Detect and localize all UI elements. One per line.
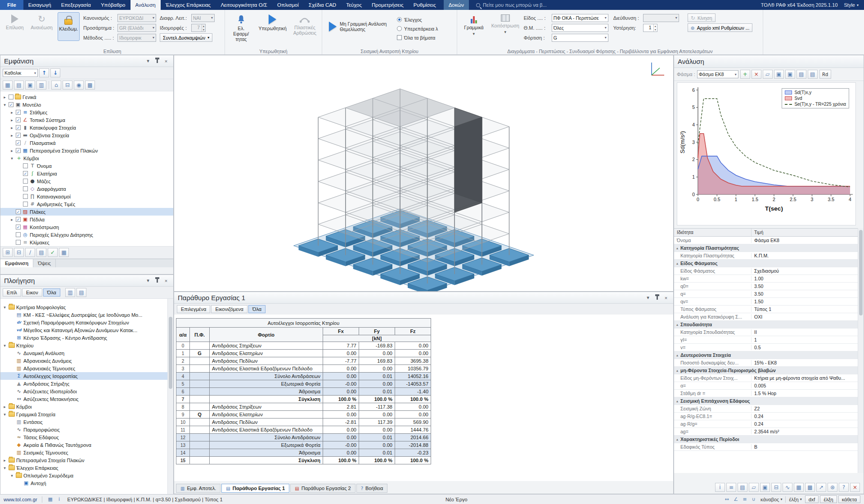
checkbox[interactable]: [16, 133, 21, 138]
tree-item[interactable]: ▣Αντοχή: [0, 479, 173, 487]
tree-item[interactable]: ▣Μοντέλο: [0, 101, 173, 108]
tree-item[interactable]: ●Μάζες: [0, 177, 173, 185]
solve-button[interactable]: Επίλυση: [4, 12, 26, 41]
table-row[interactable]: 4Σύνολο Αντιδράσεων0.000.0114052.16: [176, 373, 431, 380]
tree-item[interactable]: Κόμβοι: [0, 403, 173, 410]
property-row[interactable]: q=3.50: [674, 290, 858, 298]
checkbox[interactable]: [16, 117, 21, 122]
expander-icon[interactable]: [9, 473, 14, 478]
help-icon[interactable]: ?: [839, 483, 849, 492]
property-row[interactable]: Εδαφικός ΤύποςB: [674, 443, 858, 451]
pin-icon[interactable]: [653, 294, 661, 302]
menu-tab-5[interactable]: Έλεγχος Επάρκειας: [161, 0, 216, 10]
property-section[interactable]: ▴Σπουδαιότητα: [674, 321, 858, 328]
tree-item[interactable]: ▥Σεισμικές Τέμνουσες: [0, 449, 173, 456]
table-row[interactable]: 3Αντιδράσεις Ελαστικά Εδραζόμενων Πεδιλο…: [176, 365, 431, 373]
spectrum-select[interactable]: Φάσμα ΕΚ8▾: [697, 70, 738, 78]
bottom-tab-1[interactable]: ▥Εμφ. Αποτελ.: [176, 484, 220, 493]
scrollbar-thumb[interactable]: [169, 317, 172, 389]
expander-icon[interactable]: [9, 110, 14, 115]
chevron-down-icon[interactable]: ▾: [144, 58, 152, 65]
tab-Όψεις[interactable]: Όψεις: [33, 259, 56, 267]
property-row[interactable]: v=0.5: [674, 344, 858, 351]
tree-item[interactable]: /Πλασματικά: [0, 139, 173, 147]
tree-item[interactable]: +Κόμβοι: [0, 154, 173, 162]
camera-icon[interactable]: ▩: [85, 81, 95, 90]
expander-icon[interactable]: [2, 103, 7, 107]
property-row[interactable]: Στάθμη dr =1.5 % Hop: [674, 390, 858, 397]
tree-item[interactable]: Οπλισμένο Σκυρόδεμα: [0, 472, 173, 479]
linear-diagrams-button[interactable]: Γραμμικά ▾: [461, 12, 487, 41]
tree-item[interactable]: #Αριθμητικές Τιμές: [0, 200, 173, 208]
tab-Εμφάνιση[interactable]: Εμφάνιση: [0, 259, 33, 267]
table-row[interactable]: 15Σύγκλιση100.0 %100.0 %100.0 %: [176, 457, 431, 464]
table-row[interactable]: 1GΑντιδράσεις Ελατηρίων0.000.000.00: [176, 350, 431, 357]
close-icon[interactable]: ×: [850, 483, 860, 492]
website-link[interactable]: www.tol.com.gr: [4, 497, 37, 502]
property-row[interactable]: Κατηγορία ΠλαστιμότηταςΚ.Π.Μ.: [674, 252, 858, 260]
annex-select[interactable]: GR (Ελλάδι▾: [117, 24, 156, 32]
loading-select[interactable]: G▾: [552, 34, 608, 42]
property-row[interactable]: kw=1.00: [674, 275, 858, 283]
hidden-line-icon[interactable]: ▤: [14, 81, 24, 90]
new-doc-icon[interactable]: ▤: [738, 483, 747, 492]
close-icon[interactable]: ×: [162, 277, 170, 284]
spinner-arrows-icon[interactable]: ▴▾: [202, 24, 205, 32]
close-icon[interactable]: ×: [662, 294, 670, 302]
menu-tab-10[interactable]: Προμετρήσεις: [367, 0, 409, 10]
tree-item[interactable]: ▨Πλάκες: [0, 208, 173, 216]
table-row[interactable]: 13Εξωτερικά Φορτία-0.000.00-2014.88: [176, 441, 431, 449]
tree-item[interactable]: ∿Ασύζευκτες Ιδιοπερίοδοι: [0, 387, 173, 395]
table-row[interactable]: 8Αντιδράσεις Στηρίξεων2.81-117.380.00: [176, 403, 431, 411]
property-row[interactable]: ΌνομαΦάσμα ΕΚ8: [674, 237, 858, 244]
tab-Όλα[interactable]: Όλα: [43, 288, 60, 297]
results-icon[interactable]: ▥: [65, 288, 75, 297]
level-down-icon[interactable]: ↓: [50, 68, 60, 77]
layers-icon[interactable]: ≡: [726, 483, 736, 492]
property-row[interactable]: ag·R/g-EC8.1=0.24: [674, 413, 858, 420]
property-section[interactable]: ▴Χαρακτηριστικές Περίοδοι: [674, 436, 858, 443]
tree-item[interactable]: ≡Κλίμακες: [0, 238, 173, 246]
expander-icon[interactable]: [2, 466, 7, 470]
collapse-icon[interactable]: ▴: [674, 261, 680, 266]
property-row[interactable]: qv=1.50: [674, 298, 858, 306]
menu-tab-4[interactable]: Ανάλυση: [130, 0, 161, 10]
grid-icon[interactable]: ▦: [59, 248, 69, 257]
hysteresis-stepper[interactable]: 1▴▾: [643, 24, 657, 32]
menu-tab-9[interactable]: Τεύχος: [341, 0, 367, 10]
tree-item[interactable]: vdΜέγεθος και Κατανομή Αξονικών Δυνάμεων…: [0, 326, 173, 334]
grid-icon[interactable]: ▦: [794, 483, 804, 492]
tab-Επιλεγμένα[interactable]: Επιλεγμένα: [177, 305, 210, 313]
scope-select[interactable]: Καθολικ▾: [3, 69, 38, 77]
tree-item[interactable]: ◇Διαφράγματα: [0, 185, 173, 193]
property-row[interactable]: Τύπος ΦάσματοςΤύπος 1: [674, 306, 858, 313]
tree-item[interactable]: ◎Περιοχές Ελέγχου Διάτρησης: [0, 231, 173, 238]
tab-Όλα[interactable]: Όλα: [248, 305, 266, 313]
property-row[interactable]: γI=1: [674, 336, 858, 344]
bottom-tab-4[interactable]: ?Βοήθεια: [356, 484, 388, 493]
tree-item[interactable]: ∿Παραμορφώσεις: [0, 426, 173, 433]
tab-Εικονιζόμενα[interactable]: Εικονιζόμενα: [211, 305, 248, 313]
modes-stepper[interactable]: 7▴▾: [191, 24, 206, 32]
pin-icon[interactable]: [153, 58, 161, 65]
position-select[interactable]: Όλες▾: [552, 24, 608, 32]
rd-button[interactable]: Rd: [819, 70, 831, 79]
tree-item[interactable]: ≡Στάθμες: [0, 108, 173, 116]
nonlinear-foundation-button[interactable]: Μη Γραμμική Ανάλυση Θεμελίωσης: [326, 12, 393, 41]
angle-icon[interactable]: ∠: [732, 496, 739, 503]
wireframe-icon[interactable]: ▦: [3, 81, 13, 90]
property-row[interactable]: Είδος ΦάσματοςΣχεδιασμού: [674, 267, 858, 275]
property-row[interactable]: α=0.005: [674, 382, 858, 390]
menu-tab-11[interactable]: Ρυθμίσεις: [409, 0, 441, 10]
pin-icon[interactable]: [153, 277, 161, 284]
menu-tab-7[interactable]: Οπλισμοί: [272, 0, 304, 10]
tab-Επίλ[interactable]: Επίλ: [3, 288, 21, 297]
collapse-icon[interactable]: ▴: [674, 437, 680, 441]
tree-item[interactable]: Έλεγχοι Επάρκειας: [0, 464, 173, 472]
property-row[interactable]: q0=3.50: [674, 283, 858, 290]
expander-icon[interactable]: [2, 95, 7, 99]
menu-tab-2[interactable]: Επεξεργασία: [56, 0, 96, 10]
toggle-έλξη[interactable]: έλξη: [820, 495, 837, 503]
property-row[interactable]: ag·R/g=0.24: [674, 420, 858, 428]
building-model[interactable]: [174, 55, 673, 291]
